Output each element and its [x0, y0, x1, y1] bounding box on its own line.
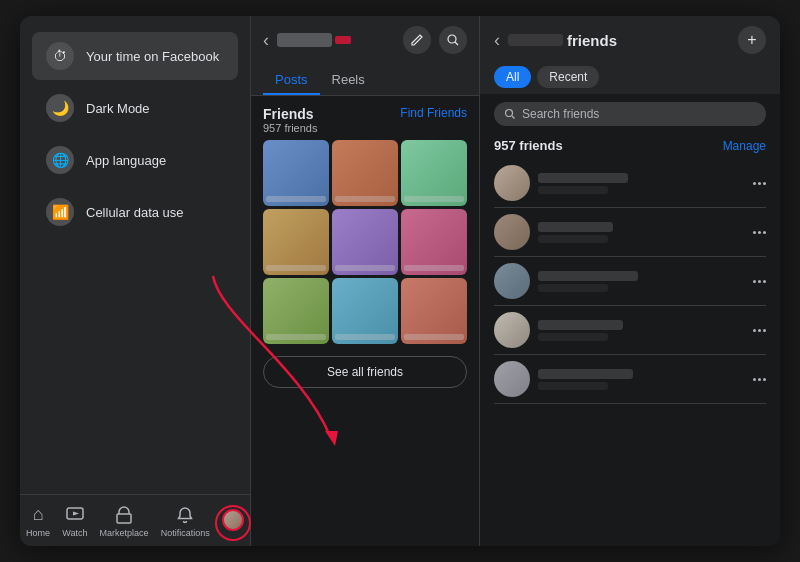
red-badge [335, 36, 351, 44]
friend-thumb-3[interactable] [401, 140, 467, 206]
middle-panel: ‹ P [250, 16, 480, 546]
friend-thumb-7[interactable] [263, 278, 329, 344]
search-icon [504, 108, 516, 120]
friend-name-blur-3 [404, 196, 464, 202]
menu-label-dark: Dark Mode [86, 101, 150, 116]
nav-profile[interactable] [222, 509, 244, 533]
menu-item-language[interactable]: 🌐 App language [32, 136, 238, 184]
friend-row-2[interactable] [494, 208, 766, 257]
friend-avatar-1 [494, 165, 530, 201]
tab-reels[interactable]: Reels [320, 66, 377, 95]
friend-name-blur-2 [335, 196, 395, 202]
filter-recent-button[interactable]: Recent [537, 66, 599, 88]
friend-name-2 [538, 222, 613, 232]
watch-icon [64, 504, 86, 526]
friends-count-label: 957 friends [494, 138, 563, 153]
search-box[interactable]: Search friends [494, 102, 766, 126]
search-friends-placeholder: Search friends [522, 107, 599, 121]
friend-avatar-3 [494, 263, 530, 299]
friend-row-left-5 [494, 361, 633, 397]
friend-info-1 [538, 173, 628, 194]
header-icons [403, 26, 467, 54]
friends-count-row: 957 friends Manage [480, 134, 780, 159]
friends-section: Friends 957 friends Find Friends [251, 96, 479, 352]
filter-all-button[interactable]: All [494, 66, 531, 88]
friends-list [480, 159, 780, 546]
friend-name-4 [538, 320, 623, 330]
friend-row-left-3 [494, 263, 638, 299]
svg-marker-1 [73, 511, 79, 515]
friend-row-left-4 [494, 312, 623, 348]
home-icon: ⌂ [27, 504, 49, 526]
friend-row-5[interactable] [494, 355, 766, 404]
right-panel: ‹ friends + All Recent Search friends 95… [480, 16, 780, 546]
friend-thumb-2[interactable] [332, 140, 398, 206]
friend-thumb-5[interactable] [332, 209, 398, 275]
tab-posts[interactable]: Posts [263, 66, 320, 95]
friend-options-1[interactable] [753, 182, 766, 185]
menu-label-time: Your time on Facebook [86, 49, 219, 64]
cellular-icon: 📶 [46, 198, 74, 226]
profile-avatar [222, 509, 244, 531]
friend-name-1 [538, 173, 628, 183]
friend-options-5[interactable] [753, 378, 766, 381]
friend-options-2[interactable] [753, 231, 766, 234]
friend-row-left-2 [494, 214, 613, 250]
right-back-button[interactable]: ‹ [494, 30, 500, 51]
friend-name-blur-7 [266, 334, 326, 340]
edit-button[interactable] [403, 26, 431, 54]
middle-header-left: ‹ [263, 30, 351, 51]
right-header: ‹ friends + [480, 16, 780, 60]
friend-row-3[interactable] [494, 257, 766, 306]
marketplace-icon [113, 504, 135, 526]
nav-notifications-label: Notifications [161, 528, 210, 538]
menu-label-language: App language [86, 153, 166, 168]
friends-count: 957 friends [263, 122, 317, 134]
friend-sub-1 [538, 186, 608, 194]
menu-item-dark[interactable]: 🌙 Dark Mode [32, 84, 238, 132]
friend-name-blur-9 [404, 334, 464, 340]
nav-notifications[interactable]: Notifications [161, 504, 210, 538]
nav-home[interactable]: ⌂ Home [26, 504, 50, 538]
middle-back-button[interactable]: ‹ [263, 30, 269, 51]
friend-thumb-9[interactable] [401, 278, 467, 344]
friend-info-4 [538, 320, 623, 341]
see-all-friends-button[interactable]: See all friends [263, 356, 467, 388]
friends-grid [263, 140, 467, 344]
menu-item-time[interactable]: ⏱ Your time on Facebook [32, 32, 238, 80]
friend-thumb-1[interactable] [263, 140, 329, 206]
friend-name-blur-1 [266, 196, 326, 202]
nav-marketplace[interactable]: Marketplace [100, 504, 149, 538]
add-friend-button[interactable]: + [738, 26, 766, 54]
right-title-bar: friends [508, 32, 617, 49]
profile-name-bar [277, 33, 351, 47]
friend-thumb-6[interactable] [401, 209, 467, 275]
friend-options-4[interactable] [753, 329, 766, 332]
menu-label-cellular: Cellular data use [86, 205, 184, 220]
friend-sub-2 [538, 235, 608, 243]
friend-username-blur [508, 34, 563, 46]
friend-name-blur-4 [266, 265, 326, 271]
svg-point-3 [448, 35, 456, 43]
friend-row-1[interactable] [494, 159, 766, 208]
language-icon: 🌐 [46, 146, 74, 174]
find-friends-link[interactable]: Find Friends [400, 106, 467, 120]
menu-item-cellular[interactable]: 📶 Cellular data use [32, 188, 238, 236]
search-button[interactable] [439, 26, 467, 54]
friend-sub-5 [538, 382, 608, 390]
nav-watch[interactable]: Watch [62, 504, 87, 538]
svg-point-4 [506, 110, 513, 117]
friend-avatar-4 [494, 312, 530, 348]
friend-options-3[interactable] [753, 280, 766, 283]
manage-link[interactable]: Manage [723, 139, 766, 153]
friend-avatar-2 [494, 214, 530, 250]
friend-name-5 [538, 369, 633, 379]
friends-title: Friends [263, 106, 317, 122]
friend-info-2 [538, 222, 613, 243]
friend-thumb-4[interactable] [263, 209, 329, 275]
app-frame: ⏱ Your time on Facebook 🌙 Dark Mode 🌐 Ap… [20, 16, 780, 546]
svg-rect-2 [117, 514, 131, 523]
friend-row-4[interactable] [494, 306, 766, 355]
friend-name-3 [538, 271, 638, 281]
friend-thumb-8[interactable] [332, 278, 398, 344]
